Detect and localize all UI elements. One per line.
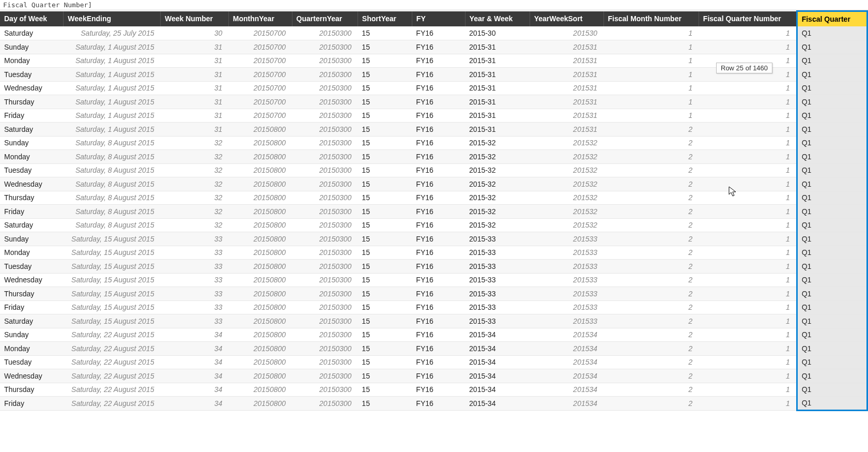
table-row[interactable]: MondaySaturday, 22 August 20153420150800… — [0, 342, 867, 356]
cell-my[interactable]: 20150700 — [228, 40, 292, 54]
cell-yws[interactable]: 201531 — [530, 68, 603, 82]
cell-yws[interactable]: 201531 — [530, 81, 603, 95]
cell-yw[interactable]: 2015-31 — [465, 54, 530, 68]
cell-yw[interactable]: 2015-34 — [465, 383, 530, 397]
cell-we[interactable]: Saturday, 1 August 2015 — [64, 54, 161, 68]
table-row[interactable]: ThursdaySaturday, 15 August 201533201508… — [0, 287, 867, 301]
cell-fmn[interactable]: 2 — [603, 314, 699, 328]
cell-wn[interactable]: 33 — [160, 246, 228, 260]
cell-fqn[interactable]: 1 — [699, 191, 797, 205]
cell-fq[interactable]: Q1 — [797, 40, 867, 54]
column-header-fq[interactable]: Fiscal Quarter — [797, 11, 867, 27]
cell-my[interactable]: 20150800 — [228, 136, 292, 150]
cell-day[interactable]: Friday — [0, 300, 64, 314]
cell-fqn[interactable]: 1 — [699, 40, 797, 54]
cell-fy[interactable]: FY16 — [412, 40, 465, 54]
cell-fmn[interactable]: 1 — [603, 95, 699, 109]
cell-wn[interactable]: 33 — [160, 300, 228, 314]
cell-qy[interactable]: 20150300 — [292, 273, 358, 287]
table-row[interactable]: SaturdaySaturday, 15 August 201533201508… — [0, 314, 867, 328]
cell-sy[interactable]: 15 — [358, 26, 412, 40]
cell-we[interactable]: Saturday, 15 August 2015 — [64, 232, 161, 246]
cell-my[interactable]: 20150800 — [228, 232, 292, 246]
cell-sy[interactable]: 15 — [358, 177, 412, 191]
cell-qy[interactable]: 20150300 — [292, 136, 358, 150]
cell-we[interactable]: Saturday, 22 August 2015 — [64, 369, 161, 383]
cell-qy[interactable]: 20150300 — [292, 205, 358, 219]
cell-my[interactable]: 20150800 — [228, 383, 292, 397]
cell-day[interactable]: Friday — [0, 205, 64, 219]
column-header-yw[interactable]: Year & Week — [465, 11, 530, 27]
cell-fq[interactable]: Q1 — [797, 273, 867, 287]
cell-fqn[interactable]: 1 — [699, 397, 797, 411]
column-header-day[interactable]: Day of Week — [0, 11, 64, 27]
cell-we[interactable]: Saturday, 15 August 2015 — [64, 246, 161, 260]
cell-qy[interactable]: 20150300 — [292, 68, 358, 82]
cell-fmn[interactable]: 2 — [603, 246, 699, 260]
cell-wn[interactable]: 34 — [160, 369, 228, 383]
cell-yws[interactable]: 201532 — [530, 177, 603, 191]
table-row[interactable]: SaturdaySaturday, 8 August 2015322015080… — [0, 218, 867, 232]
cell-fq[interactable]: Q1 — [797, 260, 867, 274]
cell-fq[interactable]: Q1 — [797, 150, 867, 164]
cell-yw[interactable]: 2015-31 — [465, 123, 530, 137]
table-row[interactable]: FridaySaturday, 1 August 201531201507002… — [0, 109, 867, 123]
cell-yw[interactable]: 2015-34 — [465, 397, 530, 411]
table-row[interactable]: MondaySaturday, 15 August 20153320150800… — [0, 246, 867, 260]
cell-wn[interactable]: 34 — [160, 342, 228, 356]
cell-yws[interactable]: 201533 — [530, 232, 603, 246]
table-row[interactable]: SundaySaturday, 1 August 201531201507002… — [0, 40, 867, 54]
cell-fq[interactable]: Q1 — [797, 191, 867, 205]
cell-my[interactable]: 20150800 — [228, 246, 292, 260]
cell-qy[interactable]: 20150300 — [292, 314, 358, 328]
cell-yws[interactable]: 201532 — [530, 205, 603, 219]
cell-qy[interactable]: 20150300 — [292, 287, 358, 301]
cell-we[interactable]: Saturday, 22 August 2015 — [64, 328, 161, 342]
cell-fmn[interactable]: 2 — [603, 191, 699, 205]
cell-sy[interactable]: 15 — [358, 287, 412, 301]
cell-qy[interactable]: 20150300 — [292, 355, 358, 369]
cell-sy[interactable]: 15 — [358, 314, 412, 328]
cell-we[interactable]: Saturday, 15 August 2015 — [64, 314, 161, 328]
cell-we[interactable]: Saturday, 1 August 2015 — [64, 123, 161, 137]
cell-fq[interactable]: Q1 — [797, 163, 867, 177]
cell-wn[interactable]: 31 — [160, 109, 228, 123]
cell-day[interactable]: Wednesday — [0, 369, 64, 383]
cell-sy[interactable]: 15 — [358, 246, 412, 260]
cell-yw[interactable]: 2015-31 — [465, 40, 530, 54]
cell-my[interactable]: 20150700 — [228, 95, 292, 109]
table-row[interactable]: WednesdaySaturday, 22 August 20153420150… — [0, 369, 867, 383]
cell-we[interactable]: Saturday, 15 August 2015 — [64, 300, 161, 314]
cell-my[interactable]: 20150700 — [228, 68, 292, 82]
cell-qy[interactable]: 20150300 — [292, 232, 358, 246]
cell-yws[interactable]: 201532 — [530, 150, 603, 164]
cell-fmn[interactable]: 2 — [603, 177, 699, 191]
cell-my[interactable]: 20150800 — [228, 177, 292, 191]
cell-yws[interactable]: 201532 — [530, 136, 603, 150]
cell-fy[interactable]: FY16 — [412, 218, 465, 232]
cell-fmn[interactable]: 2 — [603, 218, 699, 232]
cell-my[interactable]: 20150700 — [228, 109, 292, 123]
cell-fqn[interactable]: 1 — [699, 163, 797, 177]
cell-qy[interactable]: 20150300 — [292, 246, 358, 260]
cell-wn[interactable]: 33 — [160, 260, 228, 274]
column-header-fmn[interactable]: Fiscal Month Number — [603, 11, 699, 27]
cell-my[interactable]: 20150800 — [228, 397, 292, 411]
cell-fy[interactable]: FY16 — [412, 369, 465, 383]
cell-wn[interactable]: 31 — [160, 68, 228, 82]
cell-we[interactable]: Saturday, 1 August 2015 — [64, 109, 161, 123]
table-row[interactable]: SundaySaturday, 8 August 201532201508002… — [0, 136, 867, 150]
column-header-wn[interactable]: Week Number — [160, 11, 228, 27]
cell-fqn[interactable]: 1 — [699, 287, 797, 301]
cell-day[interactable]: Friday — [0, 397, 64, 411]
cell-fy[interactable]: FY16 — [412, 314, 465, 328]
cell-fq[interactable]: Q1 — [797, 246, 867, 260]
cell-fqn[interactable]: 1 — [699, 232, 797, 246]
cell-sy[interactable]: 15 — [358, 232, 412, 246]
cell-fq[interactable]: Q1 — [797, 95, 867, 109]
cell-my[interactable]: 20150800 — [228, 328, 292, 342]
cell-sy[interactable]: 15 — [358, 136, 412, 150]
cell-yws[interactable]: 201533 — [530, 300, 603, 314]
cell-fy[interactable]: FY16 — [412, 397, 465, 411]
cell-qy[interactable]: 20150300 — [292, 95, 358, 109]
